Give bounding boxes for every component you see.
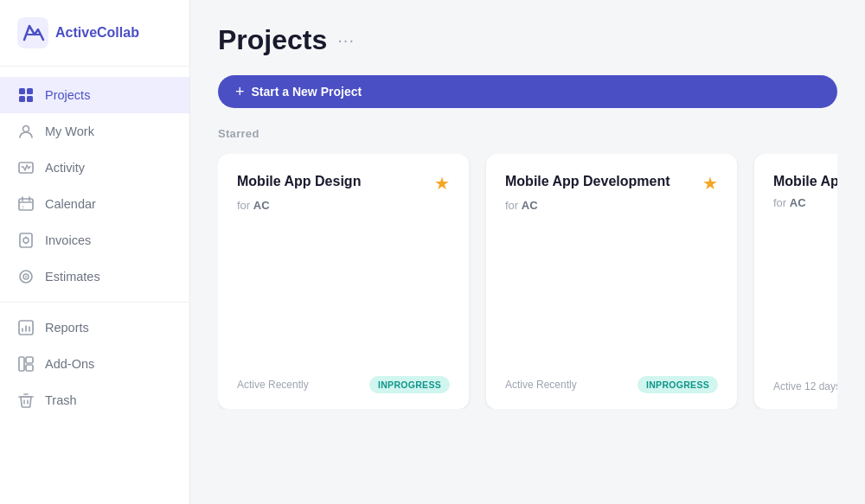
sidebar-item-label: Activity: [45, 161, 85, 175]
status-badge: INPROGRESS: [638, 376, 718, 393]
sidebar-item-label: Projects: [45, 88, 90, 102]
svg-rect-16: [26, 357, 33, 363]
starred-section-label: Starred: [218, 127, 837, 140]
sidebar-item-label: Trash: [45, 393, 77, 407]
sidebar-item-projects[interactable]: Projects: [0, 77, 189, 113]
sidebar-item-trash[interactable]: Trash: [0, 382, 189, 418]
svg-text:7: 7: [22, 205, 24, 210]
svg-rect-1: [19, 88, 25, 94]
projects-icon: [17, 86, 35, 104]
card-header: Mobile App Development ★: [505, 173, 718, 194]
plus-icon: +: [235, 84, 245, 99]
my-work-icon: [17, 123, 35, 140]
new-project-button[interactable]: + Start a New Project: [218, 75, 837, 108]
svg-rect-17: [26, 365, 33, 371]
sidebar-nav: Projects My Work Activity: [0, 67, 189, 504]
sidebar-logo: ActiveCollab: [0, 0, 189, 67]
card-header: Mobile App M: [773, 173, 837, 191]
sidebar-item-reports[interactable]: Reports: [0, 309, 189, 346]
svg-point-13: [25, 276, 27, 278]
main-content: Projects ··· + Start a New Project Starr…: [190, 0, 865, 504]
main-header: Projects ···: [218, 0, 837, 75]
sidebar-item-estimates[interactable]: Estimates: [0, 258, 189, 295]
sidebar-item-add-ons[interactable]: Add-Ons: [0, 346, 189, 382]
card-title: Mobile App Design: [237, 173, 361, 191]
sidebar-item-label: Estimates: [45, 270, 100, 284]
add-ons-icon: [17, 355, 35, 373]
app-name: ActiveCollab: [55, 25, 139, 41]
star-icon[interactable]: ★: [434, 173, 450, 194]
calendar-icon: 7: [17, 195, 35, 213]
svg-rect-4: [27, 96, 33, 102]
card-client: for AC: [237, 199, 450, 212]
project-card-1[interactable]: Mobile App Development ★ for AC Active R…: [486, 154, 737, 409]
svg-rect-3: [19, 96, 25, 102]
sidebar-item-label: Reports: [45, 321, 89, 335]
card-footer: Active Recently INPROGRESS: [505, 376, 718, 393]
page-title: Projects: [218, 24, 327, 56]
status-badge: INPROGRESS: [369, 376, 450, 393]
card-title: Mobile App Development: [505, 173, 670, 191]
sidebar-item-label: Add-Ons: [45, 357, 94, 371]
svg-point-5: [23, 126, 29, 132]
more-options-icon[interactable]: ···: [337, 30, 355, 50]
sidebar-item-activity[interactable]: Activity: [0, 150, 189, 186]
trash-icon: [17, 392, 35, 409]
svg-rect-15: [19, 357, 24, 371]
sidebar-item-label: Invoices: [45, 233, 91, 247]
card-client: for AC: [773, 196, 837, 209]
svg-rect-9: [20, 233, 32, 247]
invoices-icon: [17, 232, 35, 249]
new-project-label: Start a New Project: [252, 85, 362, 99]
card-activity: Active Recently: [237, 379, 309, 391]
star-icon[interactable]: ★: [702, 173, 718, 194]
estimates-icon: [17, 268, 35, 285]
project-cards-row: Mobile App Design ★ for AC Active Recent…: [218, 154, 837, 409]
project-card-0[interactable]: Mobile App Design ★ for AC Active Recent…: [218, 154, 469, 409]
sidebar: ActiveCollab Projects My Wo: [0, 0, 190, 504]
svg-rect-2: [27, 88, 33, 94]
card-header: Mobile App Design ★: [237, 173, 450, 194]
card-client: for AC: [505, 199, 718, 212]
sidebar-item-my-work[interactable]: My Work: [0, 113, 189, 150]
project-card-2[interactable]: Mobile App M for AC Active 12 days ag: [754, 154, 837, 409]
card-activity: Active 12 days ag: [773, 380, 837, 392]
card-footer: Active Recently INPROGRESS: [237, 376, 450, 393]
sidebar-item-invoices[interactable]: Invoices: [0, 222, 189, 258]
sidebar-item-calendar[interactable]: 7 Calendar: [0, 186, 189, 222]
card-footer: Active 12 days ag: [773, 378, 837, 393]
sidebar-item-label: My Work: [45, 124, 94, 138]
reports-icon: [17, 319, 35, 336]
activity-icon: [17, 159, 35, 176]
activecollab-logo-icon: [17, 17, 48, 48]
card-title: Mobile App M: [773, 173, 837, 191]
svg-point-10: [23, 238, 29, 243]
sidebar-item-label: Calendar: [45, 197, 96, 211]
card-activity: Active Recently: [505, 379, 577, 391]
